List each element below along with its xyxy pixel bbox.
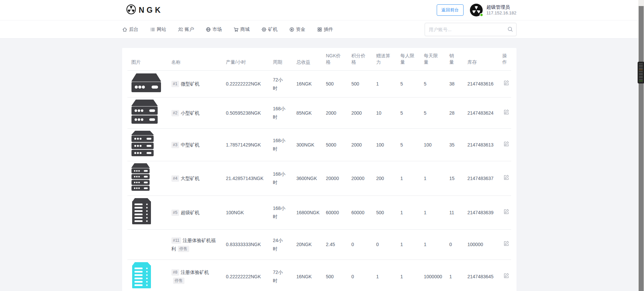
stock-cell: 2147483613 [464,129,498,161]
nav-item-账户[interactable]: 账户 [178,26,194,33]
stock-cell: 2147483637 [464,161,498,196]
ngk-price-cell: 2.45 [322,230,347,260]
point-price-cell: 2000 [347,129,372,161]
gift-power-cell: 10 [372,98,396,129]
sales-cell: 15 [445,161,464,196]
globe-icon [206,27,211,32]
nav-item-插件[interactable]: 插件 [317,26,333,33]
scrollbar-thumb[interactable] [639,6,644,291]
nav-item-网站[interactable]: 网站 [150,26,166,33]
per-person-limit-cell: 5 [396,71,420,98]
column-header: 赠送算 力 [372,48,396,71]
ngk-price-cell: 60000 [322,196,347,230]
ngk-price-cell: 5000 [322,129,347,161]
period-cell: 168小 时 [269,98,292,129]
edit-icon[interactable] [502,272,510,281]
sales-cell: 38 [445,71,464,98]
gift-power-cell: 0 [372,230,396,260]
output-cell: 1.78571429NGK [222,129,269,161]
period-cell: 24小 时 [269,230,292,260]
nav-item-后台[interactable]: 后台 [122,26,139,33]
image-cell [127,260,167,291]
miner-image-stack-2 [131,119,158,125]
output-cell: 0.50595238NGK [222,98,269,129]
column-header: 周期 [269,48,292,71]
point-price-cell: 0 [347,230,372,260]
period-cell: 168小 时 [269,129,292,161]
name-cell: #5超级矿机 [167,196,222,230]
image-cell [127,98,167,129]
search-icon[interactable] [507,26,513,34]
minimap-line [639,77,643,78]
column-header: 图片 [127,48,167,71]
miner-image-stack-3 [131,152,154,157]
point-price-cell: 0 [347,260,372,291]
ngk-logo: NGK [122,4,163,16]
miner-row-#1: #1微型矿机0.22222222NGK72小 时16NGK50050015538… [127,71,511,98]
edit-icon[interactable] [502,108,510,117]
column-header: 销 量 [445,48,464,71]
column-header: 总收益 [292,48,322,71]
per-day-limit-cell: 5 [420,98,445,129]
per-person-limit-cell: 5 [396,129,420,161]
image-cell [127,230,167,260]
miner-name: 微型矿机 [181,81,200,86]
nav-item-商城[interactable]: 商城 [233,26,250,33]
stock-cell: 2147483624 [464,98,498,129]
avatar[interactable] [470,3,483,17]
action-cell [498,161,511,196]
total-income-cell: 16NGK [292,71,322,98]
user-box[interactable]: 超级管理员 117.152.16.182 [470,3,516,17]
miner-image-tower [131,284,152,290]
period-cell: 168小 时 [269,196,292,230]
action-cell [498,98,511,129]
minimap-line [639,79,643,79]
miner-row-#2: #2小型矿机0.50595238NGK168小 时85NGK2000200010… [127,98,511,129]
point-price-cell: 20000 [347,161,372,196]
nav-item-市场[interactable]: 市场 [206,26,222,33]
back-to-front-button[interactable]: 返回前台 [437,4,464,16]
column-header: 积分价 格 [347,48,372,71]
miner-table-card: 图片名称产量/小时周期总收益NGK价 格积分价 格赠送算 力每人限 量每天限量销… [122,48,517,291]
name-cell: #1微型矿机 [167,71,222,98]
gift-power-cell: 200 [372,161,396,196]
per-day-limit-cell: 5 [420,71,445,98]
scrollbar-minimap[interactable] [638,62,644,83]
edit-icon[interactable] [502,240,510,248]
point-price-cell: 60000 [347,196,372,230]
main-nav: 后台网站账户市场商城矿机资金插件 [0,20,638,39]
search-input[interactable] [425,23,517,36]
per-day-limit-cell: 1 [420,161,445,196]
coin-icon [289,27,294,32]
logo-text: NGK [139,6,163,15]
edit-icon[interactable] [502,140,510,149]
total-income-cell: 3600NGK [292,161,322,196]
image-cell [127,196,167,230]
column-header: 库存 [464,48,498,71]
edit-icon[interactable] [502,79,510,88]
nav-items: 后台网站账户市场商城矿机资金插件 [122,26,333,33]
minimap-line [639,67,643,67]
miner-name: 超级矿机 [181,210,200,215]
miner-id-badge: #4 [171,175,179,182]
output-cell: 100NGK [222,196,269,230]
name-cell: #4大型矿机 [167,161,222,196]
stop-sale-badge: 停售 [178,246,189,252]
per-day-limit-cell: 1 [420,230,445,260]
stock-cell: 2147483639 [464,196,498,230]
miner-image-tower [131,220,152,226]
period-cell: 168小 时 [269,161,292,196]
miner-name: 大型矿机 [181,176,200,181]
per-day-limit-cell: 1000000 [420,260,445,291]
minimap-line [639,70,643,70]
edit-icon[interactable] [502,208,510,217]
miner-row-#5: #5超级矿机100NGK168小 时16800NGK60000600005001… [127,196,511,230]
miner-table: 图片名称产量/小时周期总收益NGK价 格积分价 格赠送算 力每人限 量每天限量销… [127,48,511,291]
nav-item-矿机[interactable]: 矿机 [261,26,278,33]
total-income-cell: 300NGK [292,129,322,161]
nav-item-资金[interactable]: 资金 [289,26,306,33]
total-income-cell: 85NGK [292,98,322,129]
edit-icon[interactable] [502,174,510,182]
minimap-line [639,76,643,76]
scrollbar-track[interactable] [638,0,644,291]
